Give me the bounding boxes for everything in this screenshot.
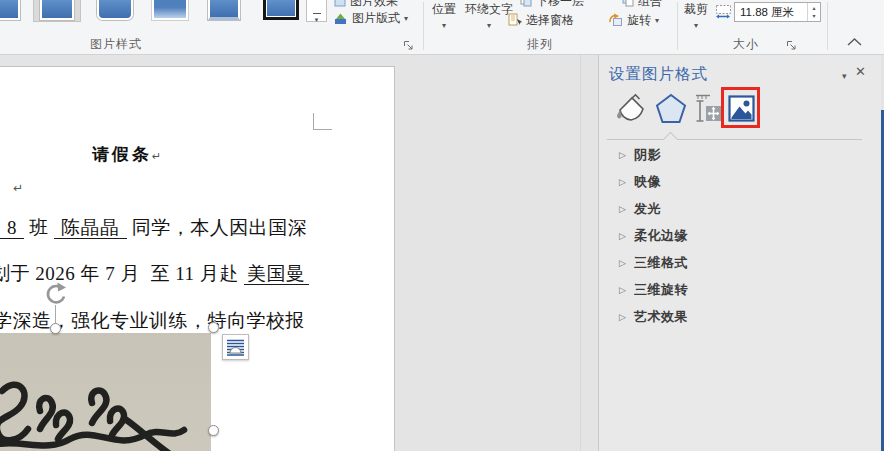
image-handle-right[interactable] <box>208 425 219 436</box>
signature-image[interactable] <box>0 333 211 451</box>
layout-properties-tab-icon[interactable] <box>694 93 723 125</box>
picture-style-thumbnail[interactable] <box>0 0 20 20</box>
picture-style-thumbnail[interactable] <box>208 0 240 20</box>
filled-blank-class: 8 <box>0 217 24 239</box>
fill-line-tab-icon[interactable] <box>616 93 647 126</box>
rotate-button[interactable]: 旋转 ▾ <box>608 10 659 30</box>
effects-tab-icon[interactable] <box>655 92 688 126</box>
picture-style-thumbnail[interactable] <box>97 0 133 20</box>
wrap-text-button[interactable]: 环绕文字 ▾ <box>464 1 514 30</box>
pane-options-dropdown-icon[interactable]: ▾ <box>842 71 847 81</box>
expand-triangle-icon: ▷ <box>619 204 626 214</box>
shape-width-icon <box>715 4 733 20</box>
group-label-arrange: 排列 <box>527 36 553 53</box>
gallery-more-arrow: ▼ <box>307 18 326 23</box>
picture-effects-icon <box>334 0 346 7</box>
expand-triangle-icon: ▷ <box>619 285 626 295</box>
pane-tabs <box>599 91 882 135</box>
section-3d-format[interactable]: ▷ 三维格式 <box>619 253 688 273</box>
format-picture-pane: 设置图片格式 ▾ ✕ <box>598 55 881 451</box>
layout-options-icon <box>226 339 245 356</box>
rotate-handle-icon[interactable] <box>43 282 68 306</box>
layout-options-button[interactable] <box>222 334 249 360</box>
section-shadow[interactable]: ▷ 阴影 <box>619 145 661 165</box>
rotate-icon <box>608 13 623 27</box>
gallery-more-icon <box>313 13 321 14</box>
send-backward-icon <box>520 0 532 7</box>
expand-triangle-icon: ▷ <box>619 177 626 187</box>
width-spinner: ▴ ▾ <box>807 3 820 21</box>
group-objects-icon <box>622 0 634 7</box>
picture-layout-icon <box>334 12 348 25</box>
size-dialog-launcher[interactable] <box>786 40 797 51</box>
doc-line-1[interactable]: 8 班 陈晶晶 同学，本人因出国深 <box>0 215 307 241</box>
doc-line-3[interactable]: 学深造，强化专业训练，特向学校报 <box>0 308 305 334</box>
annotation-highlight-box <box>721 87 760 128</box>
ribbon: ▼ 图片效果 图片版式 ▾ 图片样式 位置 ▾ 环绕文字 ▾ <box>0 0 884 55</box>
picture-layout-button[interactable]: 图片版式 ▾ <box>334 8 408 28</box>
group-separator <box>677 2 678 50</box>
signature-strokes <box>0 333 211 451</box>
collapse-ribbon-button[interactable] <box>847 37 862 47</box>
pane-divider <box>607 139 862 140</box>
width-spin-down[interactable]: ▾ <box>812 12 815 20</box>
section-3d-rotation[interactable]: ▷ 三维旋转 <box>619 280 688 300</box>
pane-close-icon[interactable]: ✕ <box>855 64 866 79</box>
section-artistic-effects[interactable]: ▷ 艺术效果 <box>619 307 688 327</box>
paragraph-mark: ↵ <box>152 150 161 162</box>
width-spin-up[interactable]: ▴ <box>812 4 815 12</box>
section-glow[interactable]: ▷ 发光 <box>619 199 661 219</box>
crop-button[interactable]: 裁剪 ▾ <box>679 1 713 30</box>
pane-title: 设置图片格式 <box>609 64 708 85</box>
shape-width-value[interactable]: 11.88 厘米 <box>735 5 807 20</box>
picture-styles-dialog-launcher[interactable] <box>403 40 414 51</box>
doc-title: 请假条↵ <box>92 143 161 166</box>
section-reflection[interactable]: ▷ 映像 <box>619 172 661 192</box>
position-button[interactable]: 位置 ▾ <box>426 1 462 30</box>
filled-blank-destination: 美国曼 <box>244 263 309 285</box>
group-label-size: 大小 <box>733 36 759 53</box>
image-handle-top[interactable] <box>50 323 61 334</box>
picture-style-thumbnail[interactable] <box>40 0 74 20</box>
picture-style-thumbnail[interactable] <box>263 0 299 20</box>
expand-triangle-icon: ▷ <box>619 312 626 322</box>
rotate-handle-stem <box>55 305 56 325</box>
picture-style-thumbnail[interactable] <box>152 0 188 20</box>
gallery-more-button[interactable]: ▼ <box>306 0 327 22</box>
word-window: ▼ 图片效果 图片版式 ▾ 图片样式 位置 ▾ 环绕文字 ▾ <box>0 0 884 451</box>
expand-triangle-icon: ▷ <box>619 231 626 241</box>
expand-triangle-icon: ▷ <box>619 258 626 268</box>
shape-width-field[interactable]: 11.88 厘米 ▴ ▾ <box>734 2 821 22</box>
selection-pane-icon <box>508 13 522 27</box>
paragraph-mark: ↵ <box>13 181 23 195</box>
image-handle-top-right[interactable] <box>208 322 219 333</box>
group-separator <box>423 2 424 50</box>
filled-blank-name: 陈晶晶 <box>54 217 127 239</box>
document-area: 请假条↵ ↵ 8 班 陈晶晶 同学，本人因出国深 划于 2026 年 7 月 至… <box>0 55 884 451</box>
expand-triangle-icon: ▷ <box>619 150 626 160</box>
section-soft-edges[interactable]: ▷ 柔化边缘 <box>619 226 688 246</box>
margin-corner-mark <box>313 113 332 130</box>
scrollbar-track[interactable] <box>580 55 581 451</box>
group-label-picture-styles: 图片样式 <box>90 36 142 53</box>
selection-pane-button[interactable]: 选择窗格 <box>508 10 574 30</box>
group-separator <box>827 2 828 50</box>
